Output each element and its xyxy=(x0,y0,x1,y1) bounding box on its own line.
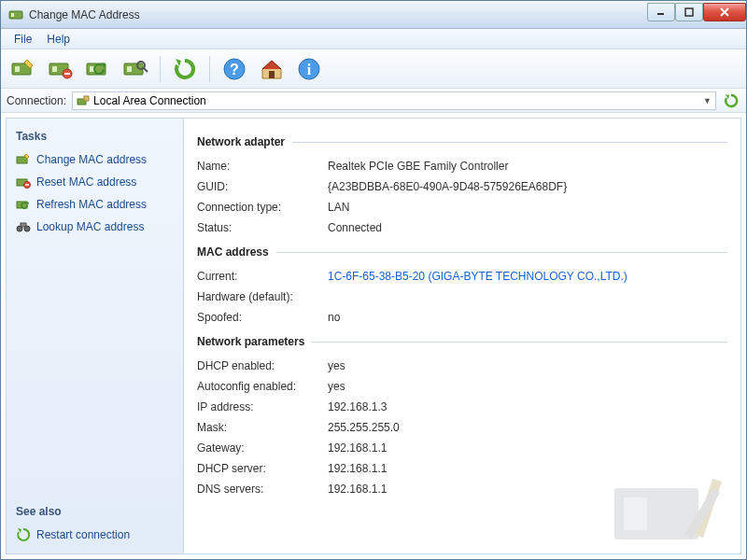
value-guid: {A23BDBBA-68E0-490A-9D48-575926EA68DF} xyxy=(328,180,567,193)
connection-refresh-button[interactable] xyxy=(722,91,740,110)
label-type: Connection type: xyxy=(197,201,328,214)
value-autoconfig: yes xyxy=(328,380,345,393)
label-gateway: Gateway: xyxy=(197,441,328,455)
value-name: Realtek PCIe GBE Family Controller xyxy=(328,160,508,173)
sidebar-item-reset-mac[interactable]: Reset MAC address xyxy=(14,171,176,193)
menubar: File Help xyxy=(1,29,746,49)
close-button[interactable] xyxy=(703,3,746,21)
value-type: LAN xyxy=(328,201,349,214)
connection-label: Connection: xyxy=(7,94,66,107)
label-dhcp: DHCP enabled: xyxy=(197,359,328,372)
value-ip: 192.168.1.3 xyxy=(328,400,387,413)
sidebar-item-restart-connection[interactable]: Restart connection xyxy=(14,524,176,546)
label-dns: DNS servers: xyxy=(197,483,328,496)
section-header-mac: MAC address xyxy=(197,245,727,259)
toolbar-separator xyxy=(160,56,161,82)
value-current-mac[interactable]: 1C-6F-65-38-B5-20 (GIGA-BYTE TECHNOLOGY … xyxy=(328,270,627,283)
tb-refresh-mac-button[interactable] xyxy=(81,53,115,85)
tb-lookup-mac-button[interactable] xyxy=(119,53,152,85)
value-status: Connected xyxy=(328,221,382,234)
maximize-button[interactable] xyxy=(675,3,703,21)
svg-rect-3 xyxy=(685,8,693,16)
sidebar-item-label: Refresh MAC address xyxy=(36,198,147,211)
section-header-adapter: Network adapter xyxy=(197,135,727,148)
app-icon xyxy=(8,7,23,22)
chevron-down-icon: ▼ xyxy=(703,96,712,105)
svg-rect-9 xyxy=(52,66,57,72)
label-mask: Mask: xyxy=(197,421,328,434)
tb-help-button[interactable]: ? xyxy=(218,53,251,85)
svg-rect-24 xyxy=(84,96,89,101)
svg-rect-1 xyxy=(11,13,14,17)
tb-change-mac-button[interactable] xyxy=(7,53,40,85)
tb-refresh-button[interactable] xyxy=(168,53,202,85)
card-minus-icon xyxy=(16,175,31,189)
section-header-net: Network parameters xyxy=(197,335,727,348)
svg-rect-11 xyxy=(64,73,70,75)
section-title: Network adapter xyxy=(197,135,285,148)
sidebar-item-refresh-mac[interactable]: Refresh MAC address xyxy=(14,193,176,216)
label-ip: IP address: xyxy=(197,400,328,413)
toolbar: ? i xyxy=(1,49,746,89)
window-controls xyxy=(647,3,746,21)
minimize-button[interactable] xyxy=(647,3,675,21)
label-current-mac: Current: xyxy=(197,270,328,283)
sidebar-item-label: Change MAC address xyxy=(36,153,147,166)
refresh-icon xyxy=(16,527,31,542)
sidebar-item-label: Restart connection xyxy=(36,528,130,541)
label-spoofed: Spoofed: xyxy=(197,311,328,324)
section-title: MAC address xyxy=(197,245,269,259)
section-title: Network parameters xyxy=(197,335,304,348)
sidebar-item-change-mac[interactable]: Change MAC address xyxy=(14,148,176,171)
label-guid: GUID: xyxy=(197,180,328,193)
label-dhcp-server: DHCP server: xyxy=(197,462,328,475)
connection-dropdown[interactable]: Local Area Connection ▼ xyxy=(72,91,716,110)
window-title: Change MAC Address xyxy=(29,8,647,21)
value-mask: 255.255.255.0 xyxy=(328,421,400,434)
card-pencil-icon xyxy=(16,152,31,167)
svg-text:i: i xyxy=(307,62,312,77)
card-refresh-icon xyxy=(16,197,31,212)
menu-help[interactable]: Help xyxy=(39,31,78,48)
content-panel: Network adapter Name:Realtek PCIe GBE Fa… xyxy=(184,119,740,553)
label-autoconfig: Autoconfig enabled: xyxy=(197,380,328,393)
seealso-header: See also xyxy=(16,505,174,518)
toolbar-separator xyxy=(209,56,210,82)
svg-rect-20 xyxy=(269,71,275,78)
tb-about-button[interactable]: i xyxy=(292,53,326,85)
app-window: Change MAC Address File Help ? xyxy=(0,0,747,560)
tasks-header: Tasks xyxy=(16,130,174,143)
connection-value: Local Area Connection xyxy=(93,94,703,107)
label-hw-mac: Hardware (default): xyxy=(197,290,328,303)
sidebar-item-lookup-mac[interactable]: Lookup MAC address xyxy=(14,216,176,238)
value-gateway: 192.168.1.1 xyxy=(328,441,387,455)
binoculars-icon xyxy=(16,219,31,234)
tb-home-button[interactable] xyxy=(255,53,289,85)
value-dns: 192.168.1.1 xyxy=(328,483,387,496)
titlebar: Change MAC Address xyxy=(1,1,746,29)
label-status: Status: xyxy=(197,221,328,234)
svg-rect-32 xyxy=(21,223,26,227)
value-dhcp-server: 192.168.1.1 xyxy=(328,462,387,475)
sidebar-item-label: Reset MAC address xyxy=(36,175,136,189)
label-name: Name: xyxy=(197,160,328,173)
sidebar: Tasks Change MAC address Reset MAC addre… xyxy=(7,119,184,553)
svg-rect-15 xyxy=(127,66,132,72)
value-spoofed: no xyxy=(328,311,340,324)
value-dhcp: yes xyxy=(328,359,345,372)
svg-rect-7 xyxy=(15,66,20,72)
svg-rect-34 xyxy=(624,497,647,530)
main-body: Tasks Change MAC address Reset MAC addre… xyxy=(6,118,741,554)
network-icon xyxy=(77,94,90,107)
svg-text:?: ? xyxy=(230,62,239,77)
svg-rect-28 xyxy=(25,184,29,185)
sidebar-item-label: Lookup MAC address xyxy=(36,220,144,233)
tb-reset-mac-button[interactable] xyxy=(44,53,78,85)
menu-file[interactable]: File xyxy=(7,31,39,48)
svg-line-17 xyxy=(144,68,148,72)
connection-bar: Connection: Local Area Connection ▼ xyxy=(1,89,746,113)
